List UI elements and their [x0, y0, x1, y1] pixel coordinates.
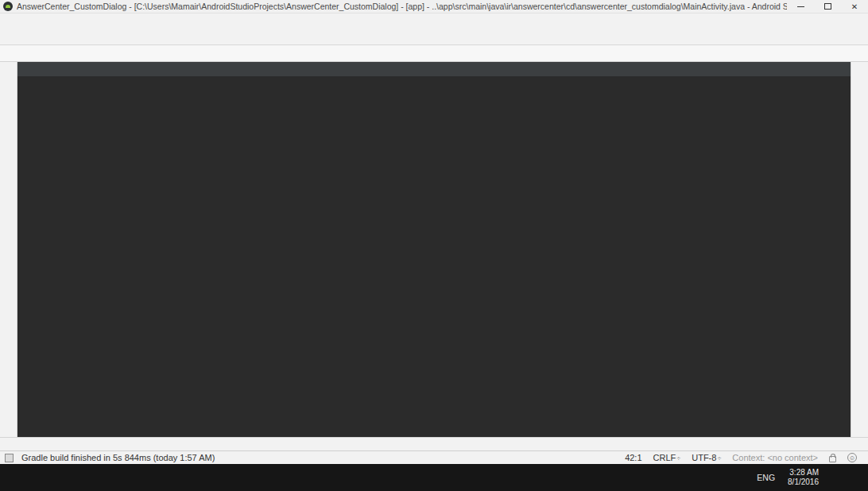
clock-time: 3:28 AM — [788, 468, 819, 477]
encoding-indicator[interactable]: UTF-8÷ — [692, 453, 721, 462]
inspections-profile-icon[interactable]: ☺ — [847, 453, 857, 462]
maximize-button[interactable] — [814, 0, 841, 13]
tool-window-toggle-icon[interactable] — [5, 454, 14, 462]
editor-tab-bar — [17, 62, 851, 77]
status-bar: Gradle build finished in 5s 844ms (today… — [0, 450, 868, 464]
main-toolbar — [0, 25, 868, 45]
dropdown-mark-icon: ÷ — [717, 454, 721, 462]
system-tray: ENG 3:28 AM 8/1/2016 — [663, 468, 819, 487]
code-editor[interactable] — [17, 77, 851, 437]
tray-wifi-icon[interactable] — [699, 471, 712, 484]
windows-taskbar: ENG 3:28 AM 8/1/2016 — [0, 464, 868, 491]
context-indicator[interactable]: Context: <no context> — [732, 453, 818, 462]
menu-bar — [0, 14, 868, 25]
caret-position[interactable]: 42:1 — [625, 453, 641, 462]
language-indicator[interactable]: ENG — [754, 473, 777, 482]
breadcrumb — [0, 45, 868, 62]
window-title: AnswerCenter_CustomDialog - [C:\Users\Ma… — [17, 2, 787, 11]
tray-volume-icon[interactable] — [718, 471, 730, 484]
android-studio-logo-icon — [3, 2, 13, 11]
clock-date: 8/1/2016 — [788, 477, 819, 487]
status-message: Gradle build finished in 5s 844ms (today… — [21, 453, 215, 462]
line-separator-indicator[interactable]: CRLF÷ — [653, 453, 681, 462]
tray-battery-icon[interactable] — [681, 471, 694, 484]
right-tool-window-stripe — [851, 62, 868, 437]
minimize-button[interactable] — [787, 0, 814, 13]
dropdown-mark-icon: ÷ — [676, 454, 680, 462]
left-tool-window-stripe — [0, 62, 17, 437]
android-studio-window: AnswerCenter_CustomDialog - [C:\Users\Ma… — [0, 0, 868, 491]
main-area — [0, 62, 868, 437]
tray-notifications-icon[interactable] — [736, 471, 749, 484]
bottom-tool-window-stripe — [0, 437, 868, 450]
taskbar-clock[interactable]: 3:28 AM 8/1/2016 — [783, 468, 819, 487]
close-button[interactable]: ✕ — [841, 0, 868, 13]
tray-chevron-up-icon[interactable] — [663, 471, 676, 484]
title-bar: AnswerCenter_CustomDialog - [C:\Users\Ma… — [0, 0, 868, 14]
lock-icon[interactable] — [829, 456, 836, 462]
